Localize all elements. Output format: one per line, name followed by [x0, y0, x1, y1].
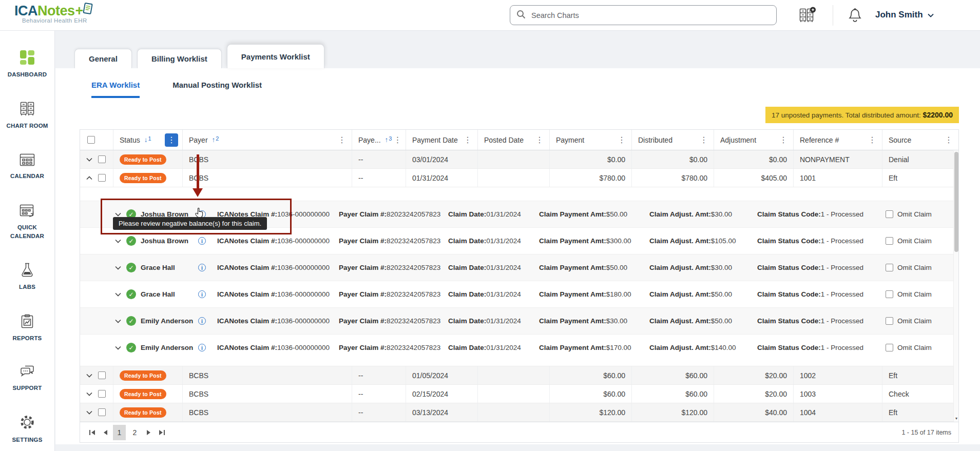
- claim-row[interactable]: ✓ Emily Anderson i ICANotes Claim #:1036…: [80, 334, 953, 361]
- select-all-checkbox[interactable]: [87, 136, 95, 144]
- tab-billing-worklist[interactable]: Billing Worklist: [137, 49, 222, 68]
- sidebar-item-support[interactable]: SUPPORT: [0, 365, 54, 393]
- chevron-down-icon[interactable]: [86, 374, 93, 378]
- claim-row[interactable]: ✓ Emily Anderson i ICANotes Claim #:1036…: [80, 307, 953, 334]
- omit-claim-toggle[interactable]: Omit Claim: [886, 264, 932, 271]
- tab-general[interactable]: General: [74, 49, 132, 68]
- column-header-source[interactable]: Source ⋮: [882, 130, 958, 150]
- payment-cell: $0.00: [549, 150, 631, 168]
- omit-claim-checkbox[interactable]: [886, 290, 893, 298]
- column-menu-icon[interactable]: ⋮: [778, 135, 789, 145]
- column-header-payment[interactable]: Payment ⋮: [549, 130, 631, 150]
- distributed-cell: $780.00: [631, 169, 714, 187]
- grid-header-row: Status ↓1 ⋮ Payer ↑2 ⋮ Paye... ↑3 ⋮ Paym…: [80, 130, 958, 150]
- row-checkbox[interactable]: [98, 155, 106, 163]
- new-chart-icon[interactable]: [799, 7, 816, 25]
- pager-first-button[interactable]: [87, 427, 98, 438]
- chevron-down-icon[interactable]: [115, 319, 126, 323]
- omit-claim-checkbox[interactable]: [886, 237, 893, 245]
- column-menu-icon[interactable]: ⋮: [616, 135, 627, 145]
- payment-row[interactable]: Ready to Post BCBS -- 03/13/2024 $120.00…: [80, 403, 953, 422]
- column-menu-icon[interactable]: ⋮: [392, 135, 403, 145]
- column-menu-icon[interactable]: ⋮: [867, 135, 878, 145]
- tab-manual-posting-worklist[interactable]: Manual Posting Worklist: [172, 81, 262, 98]
- column-header-distributed[interactable]: Distributed ⋮: [631, 130, 714, 150]
- pager-page-1[interactable]: 1: [113, 425, 126, 440]
- chevron-down-icon[interactable]: [86, 410, 93, 415]
- chevron-up-icon[interactable]: [86, 176, 93, 180]
- chevron-down-icon[interactable]: [115, 266, 126, 270]
- column-header-payment-date[interactable]: Payment Date ⋮: [406, 130, 477, 150]
- sort-indicator: ↑3: [385, 136, 392, 144]
- column-header-payer[interactable]: Payer ↑2 ⋮: [182, 130, 352, 150]
- sidebar-item-chart-room[interactable]: CHART ROOM: [0, 102, 54, 130]
- sidebar-item-settings[interactable]: SETTINGS: [0, 415, 54, 444]
- pager-prev-button[interactable]: [100, 427, 110, 438]
- pager-last-button[interactable]: [157, 427, 167, 438]
- claim-info[interactable]: i: [194, 317, 217, 325]
- claim-info[interactable]: i: [194, 344, 217, 351]
- scrollbar-thumb[interactable]: [954, 152, 958, 252]
- column-menu-icon[interactable]: ⋮: [462, 135, 473, 145]
- payment-row[interactable]: Ready to Post BCBS -- 02/15/2024 $60.00 …: [80, 385, 953, 403]
- claim-info[interactable]: i: [194, 237, 217, 245]
- chevron-down-icon[interactable]: [115, 212, 126, 217]
- omit-claim-checkbox[interactable]: [886, 210, 893, 218]
- column-menu-icon[interactable]: ⋮: [943, 135, 954, 145]
- payment-row[interactable]: Ready to Post BCBS -- 03/01/2024 $0.00 $…: [80, 150, 953, 169]
- column-menu-icon[interactable]: ⋮: [165, 133, 178, 147]
- claim-info[interactable]: i: [194, 264, 217, 271]
- omit-claim-checkbox[interactable]: [886, 344, 893, 351]
- claim-info[interactable]: i: [194, 290, 217, 298]
- user-menu[interactable]: John Smith: [875, 10, 934, 20]
- chevron-down-icon[interactable]: [86, 392, 93, 396]
- claim-row[interactable]: ✓ Grace Hall i ICANotes Claim #:1036-000…: [80, 281, 953, 307]
- tab-payments-worklist[interactable]: Payments Worklist: [227, 44, 324, 68]
- tab-era-worklist[interactable]: ERA Worklist: [91, 81, 140, 98]
- row-checkbox[interactable]: [98, 174, 106, 182]
- sidebar-item-reports[interactable]: REPORTS: [0, 314, 54, 343]
- chevron-down-icon[interactable]: [115, 346, 126, 350]
- payer-claim: Payer Claim #:82023242057823: [339, 264, 448, 271]
- claim-row[interactable]: ✓ Grace Hall i ICANotes Claim #:1036-000…: [80, 254, 953, 281]
- vertical-scrollbar[interactable]: ▾: [953, 151, 958, 422]
- column-header-reference[interactable]: Reference # ⋮: [793, 130, 882, 150]
- column-menu-icon[interactable]: ⋮: [698, 135, 709, 145]
- column-menu-icon[interactable]: ⋮: [336, 135, 348, 145]
- sub-tabstrip: ERA Worklist Manual Posting Worklist: [55, 68, 980, 98]
- row-checkbox[interactable]: [98, 390, 106, 398]
- omit-claim-checkbox[interactable]: [886, 264, 893, 271]
- payer-cell: BCBS: [182, 366, 352, 384]
- payer-cell: BCBS: [182, 403, 352, 421]
- omit-claim-toggle[interactable]: Omit Claim: [886, 317, 932, 325]
- success-check-icon: ✓: [126, 289, 136, 299]
- column-header-posted-date[interactable]: Posted Date ⋮: [477, 130, 549, 150]
- chevron-down-icon[interactable]: [115, 239, 126, 243]
- search-input[interactable]: [530, 11, 770, 20]
- scrollbar-down-arrow[interactable]: ▾: [954, 416, 959, 421]
- payment-row-expanded[interactable]: Ready to Post BCBS -- 01/31/2024 $780.00…: [80, 169, 953, 187]
- pager-next-button[interactable]: [144, 427, 154, 438]
- chevron-down-icon[interactable]: [115, 292, 126, 297]
- row-checkbox[interactable]: [98, 371, 106, 379]
- row-checkbox[interactable]: [98, 408, 106, 416]
- pager-page-2[interactable]: 2: [128, 425, 141, 440]
- omit-claim-toggle[interactable]: Omit Claim: [886, 210, 932, 218]
- sidebar-item-labs[interactable]: LABS: [0, 263, 54, 291]
- sidebar-item-calendar[interactable]: CALENDAR: [0, 152, 54, 181]
- column-menu-icon[interactable]: ⋮: [534, 135, 545, 145]
- sidebar-item-dashboard[interactable]: DASHBOARD: [0, 50, 54, 79]
- omit-claim-toggle[interactable]: Omit Claim: [886, 344, 932, 351]
- notifications-bell-icon[interactable]: [848, 8, 862, 24]
- omit-claim-toggle[interactable]: Omit Claim: [886, 237, 932, 245]
- omit-claim-toggle[interactable]: Omit Claim: [886, 290, 932, 298]
- icanotes-claim: ICANotes Claim #:1036-000000000: [217, 290, 339, 298]
- omit-claim-checkbox[interactable]: [886, 317, 893, 325]
- claim-row[interactable]: ✓ Joshua Brown i ICANotes Claim #:1036-0…: [80, 227, 953, 254]
- sidebar-item-quick-calendar[interactable]: QUICK CALENDAR: [0, 203, 54, 240]
- column-header-payee[interactable]: Paye... ↑3 ⋮: [352, 130, 406, 150]
- column-header-adjustment[interactable]: Adjustment ⋮: [714, 130, 793, 150]
- chevron-down-icon[interactable]: [86, 158, 93, 162]
- payment-row[interactable]: Ready to Post BCBS -- 01/05/2024 $60.00 …: [80, 366, 953, 385]
- column-header-status[interactable]: Status ↓1 ⋮: [113, 130, 182, 150]
